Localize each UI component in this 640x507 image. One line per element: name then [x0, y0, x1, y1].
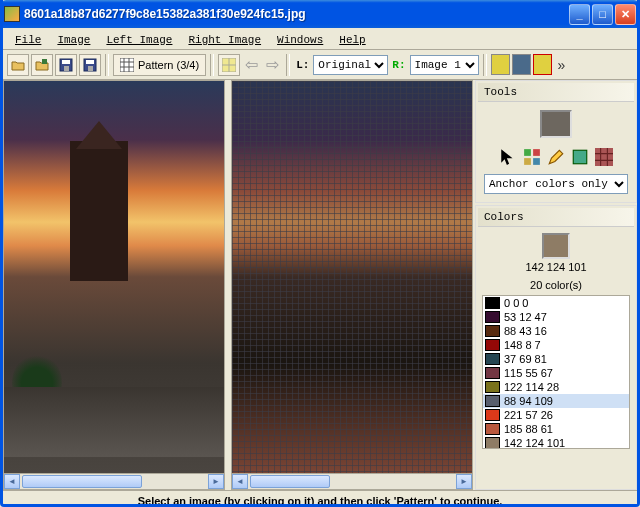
color-sample-2[interactable]: [512, 54, 531, 75]
color-sample-3[interactable]: [533, 54, 552, 75]
pixel-grid-overlay: [232, 81, 472, 473]
prev-arrow[interactable]: ⇦: [242, 55, 261, 74]
palette-row[interactable]: 122 114 28: [483, 380, 629, 394]
tools-header: Tools: [478, 83, 634, 102]
palette-row[interactable]: 88 43 16: [483, 324, 629, 338]
side-panel: Tools Anchor colors only Colors 142 124 …: [475, 80, 637, 490]
svg-rect-12: [533, 158, 540, 165]
svg-rect-2: [62, 60, 70, 64]
palette-rgb-text: 0 0 0: [504, 297, 528, 309]
tools-group: Tools Anchor colors only: [475, 80, 637, 203]
svg-rect-9: [524, 149, 531, 156]
scroll-thumb[interactable]: [250, 475, 330, 488]
palette-rgb-text: 122 114 28: [504, 381, 559, 393]
pencil-tool-icon[interactable]: [547, 148, 565, 166]
anchor-mode-select[interactable]: Anchor colors only: [484, 174, 628, 194]
colors-header: Colors: [478, 208, 634, 227]
svg-rect-3: [64, 66, 69, 71]
color-sample-1[interactable]: [491, 54, 510, 75]
left-image-panel[interactable]: ◄ ►: [3, 80, 225, 490]
pattern-image: [232, 81, 472, 473]
window-title: 8601a18b87d6277f9c8e15382a381f30e924fc15…: [24, 7, 567, 21]
palette-rgb-text: 88 43 16: [504, 325, 547, 337]
palette-chip: [485, 297, 500, 309]
current-color-rgb: 142 124 101: [482, 261, 630, 273]
menu-bar: File Image Left Image Right Image Window…: [3, 30, 637, 50]
left-view-label: L:: [294, 59, 311, 71]
svg-rect-6: [88, 66, 93, 71]
grid-view-button[interactable]: [218, 54, 240, 76]
menu-image[interactable]: Image: [49, 32, 98, 48]
palette-row[interactable]: 185 88 61: [483, 422, 629, 436]
scroll-left-button[interactable]: ◄: [232, 474, 248, 489]
scroll-right-button[interactable]: ►: [208, 474, 224, 489]
palette-chip: [485, 409, 500, 421]
right-view-select[interactable]: Image 1: [410, 55, 479, 75]
right-image-panel[interactable]: ◄ ►: [231, 80, 473, 490]
palette-chip: [485, 381, 500, 393]
open-folder-alt-button[interactable]: [31, 54, 53, 76]
color-count-label: 20 color(s): [482, 279, 630, 291]
toolbar-overflow[interactable]: »: [554, 57, 570, 73]
save-as-button[interactable]: [79, 54, 101, 76]
image-detail: [4, 387, 224, 457]
palette-rgb-text: 148 8 7: [504, 339, 541, 351]
palette-row[interactable]: 115 55 67: [483, 366, 629, 380]
palette-row[interactable]: 142 124 101: [483, 436, 629, 449]
original-image: [4, 81, 224, 473]
palette-chip: [485, 423, 500, 435]
color-picker-tool-icon[interactable]: [571, 148, 589, 166]
current-color-swatch[interactable]: [542, 233, 570, 259]
palette-tool-icon[interactable]: [523, 148, 541, 166]
scroll-thumb[interactable]: [22, 475, 142, 488]
scroll-right-button[interactable]: ►: [456, 474, 472, 489]
horizontal-scrollbar[interactable]: ◄ ►: [4, 473, 224, 489]
close-button[interactable]: ✕: [615, 4, 636, 25]
pattern-label: Pattern (3/4): [138, 59, 199, 71]
svg-rect-7: [120, 58, 134, 72]
maximize-button[interactable]: □: [592, 4, 613, 25]
palette-row[interactable]: 53 12 47: [483, 310, 629, 324]
main-area: ◄ ► ◄ ► Tools: [3, 80, 637, 490]
palette-rgb-text: 88 94 109: [504, 395, 553, 407]
palette-rgb-text: 37 69 81: [504, 353, 547, 365]
title-bar: 8601a18b87d6277f9c8e15382a381f30e924fc15…: [0, 0, 640, 28]
svg-rect-0: [42, 59, 47, 64]
menu-help[interactable]: Help: [331, 32, 373, 48]
menu-left-image[interactable]: Left Image: [98, 32, 180, 48]
menu-file[interactable]: File: [7, 32, 49, 48]
menu-right-image[interactable]: Right Image: [180, 32, 269, 48]
scroll-left-button[interactable]: ◄: [4, 474, 20, 489]
grid-icon: [120, 58, 134, 72]
minimize-button[interactable]: _: [569, 4, 590, 25]
palette-rgb-text: 115 55 67: [504, 367, 553, 379]
toolbar-separator: [105, 54, 109, 76]
left-view-select[interactable]: Original: [313, 55, 388, 75]
palette-rgb-text: 53 12 47: [504, 311, 547, 323]
menu-windows[interactable]: Windows: [269, 32, 331, 48]
next-arrow[interactable]: ⇨: [263, 55, 282, 74]
grid-tool-icon[interactable]: [595, 148, 613, 166]
palette-chip: [485, 325, 500, 337]
horizontal-scrollbar[interactable]: ◄ ►: [232, 473, 472, 489]
svg-rect-11: [524, 158, 531, 165]
current-tool-color[interactable]: [540, 110, 572, 138]
svg-rect-13: [573, 150, 587, 164]
palette-row[interactable]: 0 0 0: [483, 296, 629, 310]
cursor-tool-icon[interactable]: [499, 148, 517, 166]
colors-group: Colors 142 124 101 20 color(s) 0 0 053 1…: [475, 205, 637, 490]
pattern-button[interactable]: Pattern (3/4): [113, 54, 206, 76]
palette-row[interactable]: 148 8 7: [483, 338, 629, 352]
palette-row[interactable]: 37 69 81: [483, 352, 629, 366]
status-text: Select an image (by clicking on it) and …: [138, 495, 503, 507]
open-folder-button[interactable]: [7, 54, 29, 76]
palette-chip: [485, 395, 500, 407]
color-palette-list[interactable]: 0 0 053 12 4788 43 16148 8 737 69 81115 …: [482, 295, 630, 449]
palette-row[interactable]: 88 94 109: [483, 394, 629, 408]
palette-row[interactable]: 221 57 26: [483, 408, 629, 422]
right-view-label: R:: [390, 59, 407, 71]
svg-rect-5: [86, 60, 94, 64]
status-bar: Select an image (by clicking on it) and …: [3, 490, 637, 507]
palette-chip: [485, 437, 500, 449]
save-button[interactable]: [55, 54, 77, 76]
